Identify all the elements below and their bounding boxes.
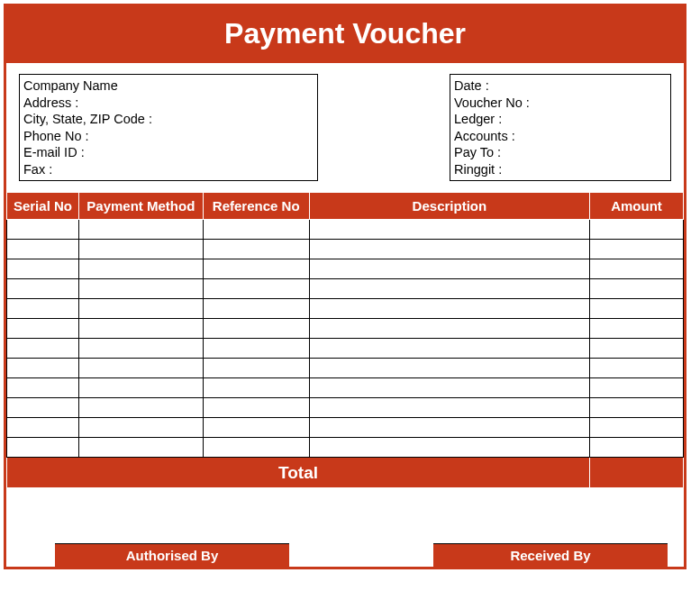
table-cell[interactable] (78, 398, 203, 418)
col-desc: Description (309, 193, 589, 220)
table-cell[interactable] (203, 359, 309, 378)
date-label: Date : (454, 77, 665, 95)
table-cell[interactable] (590, 279, 684, 299)
table-cell[interactable] (7, 240, 79, 259)
table-cell[interactable] (590, 398, 684, 418)
table-cell[interactable] (590, 259, 684, 279)
table-cell[interactable] (203, 339, 309, 359)
table-cell[interactable] (203, 319, 309, 339)
table-cell[interactable] (78, 279, 203, 299)
email-label: E-mail ID : (23, 144, 312, 161)
table-cell[interactable] (203, 240, 309, 259)
table-cell[interactable] (309, 378, 589, 398)
total-label: Total (7, 458, 590, 488)
authorised-sign-space (55, 490, 289, 544)
table-cell[interactable] (7, 299, 79, 319)
table-cell[interactable] (590, 378, 684, 398)
table-cell[interactable] (590, 359, 684, 378)
table-cell[interactable] (78, 378, 203, 398)
table-cell[interactable] (203, 438, 309, 458)
table-cell[interactable] (309, 418, 589, 438)
address-label: Address : (23, 95, 312, 112)
table-cell[interactable] (309, 398, 589, 418)
table-cell[interactable] (203, 279, 309, 299)
table-cell[interactable] (203, 259, 309, 279)
table-cell[interactable] (78, 299, 203, 319)
table-cell[interactable] (590, 418, 684, 438)
table-row (7, 319, 684, 339)
voucher-details-box: Date : Voucher No : Ledger : Accounts : … (450, 74, 671, 181)
voucher-frame: Payment Voucher Company Name Address : C… (4, 4, 686, 569)
table-cell[interactable] (78, 220, 203, 240)
items-table: Serial No Payment Method Reference No De… (6, 192, 684, 488)
payto-label: Pay To : (454, 144, 665, 161)
table-cell[interactable] (590, 438, 684, 458)
table-cell[interactable] (78, 319, 203, 339)
authorised-label: Authorised By (55, 544, 289, 567)
table-cell[interactable] (309, 319, 589, 339)
table-cell[interactable] (590, 339, 684, 359)
table-cell[interactable] (590, 299, 684, 319)
table-cell[interactable] (7, 259, 79, 279)
table-row (7, 398, 684, 418)
table-cell[interactable] (7, 339, 79, 359)
table-cell[interactable] (309, 279, 589, 299)
signature-section: Authorised By Received By (6, 488, 684, 567)
table-row (7, 259, 684, 279)
table-row (7, 240, 684, 259)
table-cell[interactable] (78, 418, 203, 438)
received-label: Received By (433, 544, 668, 567)
table-cell[interactable] (309, 299, 589, 319)
city-state-zip-label: City, State, ZIP Code : (23, 111, 312, 128)
voucher-no-label: Voucher No : (454, 95, 665, 112)
table-cell[interactable] (7, 220, 79, 240)
table-cell[interactable] (309, 220, 589, 240)
table-cell[interactable] (203, 418, 309, 438)
table-cell[interactable] (590, 319, 684, 339)
info-section: Company Name Address : City, State, ZIP … (6, 63, 684, 190)
table-row (7, 220, 684, 240)
table-row (7, 299, 684, 319)
table-cell[interactable] (7, 319, 79, 339)
table-cell[interactable] (78, 259, 203, 279)
table-cell[interactable] (7, 378, 79, 398)
table-cell[interactable] (7, 398, 79, 418)
col-amt: Amount (590, 193, 684, 220)
table-row (7, 418, 684, 438)
page-title: Payment Voucher (6, 6, 684, 63)
ledger-label: Ledger : (454, 111, 665, 128)
table-cell[interactable] (7, 359, 79, 378)
table-row (7, 359, 684, 378)
table-row (7, 438, 684, 458)
table-cell[interactable] (309, 438, 589, 458)
col-method: Payment Method (78, 193, 203, 220)
table-cell[interactable] (309, 240, 589, 259)
table-header-row: Serial No Payment Method Reference No De… (7, 193, 684, 220)
table-cell[interactable] (590, 240, 684, 259)
table-row (7, 378, 684, 398)
received-sign-space (433, 490, 668, 544)
table-cell[interactable] (309, 259, 589, 279)
table-row (7, 339, 684, 359)
table-cell[interactable] (590, 220, 684, 240)
table-cell[interactable] (7, 279, 79, 299)
col-serial: Serial No (7, 193, 79, 220)
table-cell[interactable] (7, 418, 79, 438)
phone-label: Phone No : (23, 128, 312, 145)
table-cell[interactable] (78, 359, 203, 378)
table-cell[interactable] (203, 398, 309, 418)
received-block: Received By (433, 490, 668, 567)
table-cell[interactable] (78, 438, 203, 458)
accounts-label: Accounts : (454, 128, 665, 145)
table-cell[interactable] (78, 339, 203, 359)
table-cell[interactable] (78, 240, 203, 259)
table-cell[interactable] (203, 220, 309, 240)
company-info-box: Company Name Address : City, State, ZIP … (19, 74, 318, 181)
table-cell[interactable] (309, 359, 589, 378)
table-cell[interactable] (309, 339, 589, 359)
table-cell[interactable] (203, 299, 309, 319)
table-cell[interactable] (7, 438, 79, 458)
total-row: Total (7, 458, 684, 488)
total-amount-cell (590, 458, 684, 488)
table-cell[interactable] (203, 378, 309, 398)
